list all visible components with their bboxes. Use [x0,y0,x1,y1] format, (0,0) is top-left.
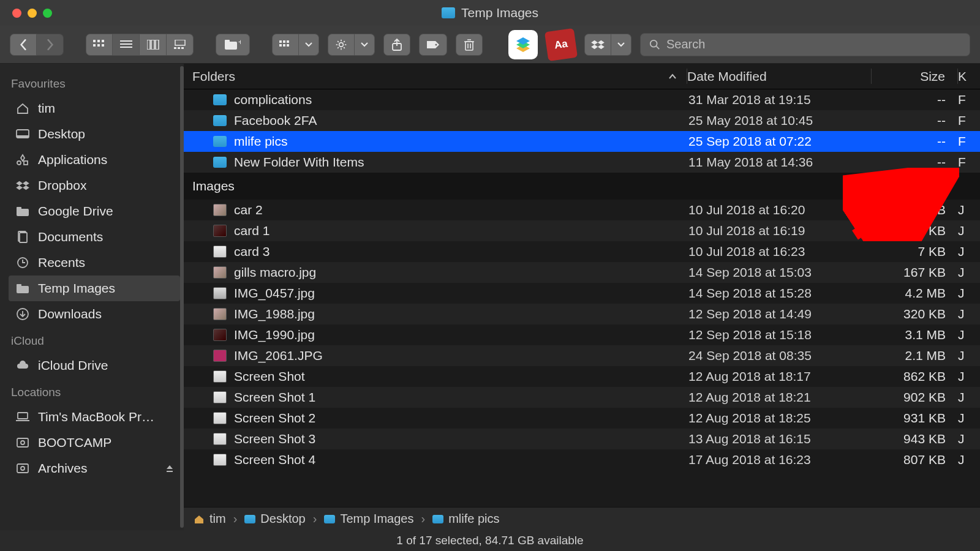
desktop-icon [15,129,31,140]
dictionary-icon[interactable]: Aa [545,28,578,61]
thumbnail-icon [213,246,227,258]
icon-view-button[interactable] [86,34,113,56]
sidebar-item[interactable]: Archives [9,455,180,481]
tags-button[interactable] [419,34,447,56]
sidebar-item[interactable]: BOOTCAMP [9,430,180,455]
file-size: -- [872,113,958,128]
file-row[interactable]: mlife pics25 Sep 2018 at 07:22--F [184,131,980,152]
sidebar-item-label: iCloud Drive [38,358,108,373]
sidebar-item[interactable]: Documents [9,224,180,250]
action-button[interactable] [328,34,355,56]
file-row[interactable]: IMG_1990.jpg12 Sep 2018 at 15:183.1 MBJ [184,324,980,345]
file-size: -- [872,134,958,149]
thumbnail-icon [213,412,227,424]
column-kind-header[interactable]: K [958,69,980,84]
breadcrumb[interactable]: Temp Images [324,512,413,526]
file-row[interactable]: complications31 Mar 2018 at 19:15--F [184,89,980,110]
file-row[interactable]: card 310 Jul 2018 at 16:237 KBJ [184,241,980,262]
svg-rect-45 [17,464,28,473]
sidebar-item[interactable]: Applications [9,147,180,173]
thumbnail-icon [213,308,227,320]
file-date: 14 Sep 2018 at 15:03 [688,265,872,280]
file-row[interactable]: gills macro.jpg14 Sep 2018 at 15:03167 K… [184,262,980,283]
sidebar-item[interactable]: Temp Images [9,276,180,301]
file-row[interactable]: Screen Shot 313 Aug 2018 at 16:15943 KBJ [184,429,980,449]
arrange-button[interactable] [272,34,299,56]
column-date-header[interactable]: Date Modified [687,69,871,84]
svg-rect-43 [17,438,28,447]
svg-point-44 [21,441,24,444]
app-icon-1[interactable] [508,30,538,59]
file-kind: J [958,369,980,384]
svg-rect-24 [287,44,289,47]
file-size: 931 KB [872,411,958,425]
sidebar-item[interactable]: iCloud Drive [9,353,180,378]
action-menu-button[interactable] [355,34,375,56]
breadcrumb[interactable]: Desktop [244,512,305,526]
list-view-button[interactable] [113,34,140,56]
breadcrumb[interactable]: mlife pics [432,512,499,526]
column-size-header[interactable]: Size [872,69,957,84]
thumbnail-icon [213,287,227,299]
disk-icon [15,463,31,474]
svg-rect-7 [120,43,132,45]
search-input[interactable] [666,37,961,51]
back-button[interactable] [10,34,37,56]
chevron-right-icon: › [313,512,317,526]
breadcrumb[interactable]: tim [194,512,226,526]
file-row[interactable]: Screen Shot 112 Aug 2018 at 18:21902 KBJ [184,387,980,408]
svg-rect-10 [151,40,154,50]
file-row[interactable]: car 210 Jul 2018 at 16:2025 KBJ [184,200,980,220]
file-row[interactable]: card 110 Jul 2018 at 16:1945 KBJ [184,220,980,241]
sidebar-item[interactable]: tim [9,96,180,121]
sidebar-item[interactable]: Recents [9,250,180,276]
file-size: -- [872,92,958,107]
file-kind: J [958,203,980,217]
close-window-button[interactable] [12,9,21,18]
file-row[interactable]: IMG_1988.jpg12 Sep 2018 at 14:49320 KBJ [184,304,980,324]
file-row[interactable]: New Folder With Items11 May 2018 at 14:3… [184,152,980,173]
dropbox-button[interactable] [584,34,611,56]
sidebar-group-label: iCloud [11,334,180,348]
file-kind: J [958,432,980,446]
sidebar: FavouritestimDesktopApplicationsDropboxG… [0,64,184,530]
sidebar-item[interactable]: Dropbox [9,173,180,198]
new-folder-button[interactable]: + [216,34,250,56]
file-kind: J [958,286,980,301]
file-kind: J [958,244,980,259]
file-row[interactable]: Screen Shot12 Aug 2018 at 18:17862 KBJ [184,366,980,387]
file-row[interactable]: IMG_2061.JPG24 Sep 2018 at 08:352.1 MBJ [184,345,980,366]
sidebar-item[interactable]: Google Drive [9,198,180,224]
svg-point-46 [21,467,24,470]
svg-rect-4 [97,44,100,47]
svg-point-27 [435,43,437,45]
sidebar-item[interactable]: Desktop [9,121,180,147]
gallery-view-button[interactable] [167,34,194,56]
file-kind: J [958,307,980,321]
fullscreen-window-button[interactable] [43,9,52,18]
column-view-button[interactable] [140,34,167,56]
minimize-window-button[interactable] [28,9,37,18]
forward-button[interactable] [37,34,64,56]
eject-icon[interactable] [165,464,174,473]
dropbox-menu-button[interactable] [611,34,631,56]
svg-text:+: + [238,39,241,47]
file-row[interactable]: Facebook 2FA25 May 2018 at 10:45--F [184,110,980,131]
share-button[interactable] [383,34,410,56]
svg-point-25 [339,42,344,47]
file-row[interactable]: IMG_0457.jpg14 Sep 2018 at 15:284.2 MBJ [184,283,980,304]
file-kind: J [958,265,980,280]
folder-icon [15,206,31,217]
file-row[interactable]: Screen Shot 417 Aug 2018 at 16:23807 KBJ [184,449,980,470]
thumbnail-icon [213,204,227,216]
trash-button[interactable] [456,34,483,56]
sidebar-item[interactable]: Downloads [9,301,180,327]
sidebar-item[interactable]: Tim's MacBook Pr… [9,404,180,430]
file-row[interactable]: Screen Shot 212 Aug 2018 at 18:25931 KBJ [184,408,980,429]
svg-rect-19 [279,40,282,43]
svg-rect-23 [283,44,285,47]
file-name: card 3 [234,244,270,259]
column-name-header[interactable]: Folders [184,69,687,84]
search-field[interactable] [640,33,970,56]
arrange-menu-button[interactable] [299,34,319,56]
